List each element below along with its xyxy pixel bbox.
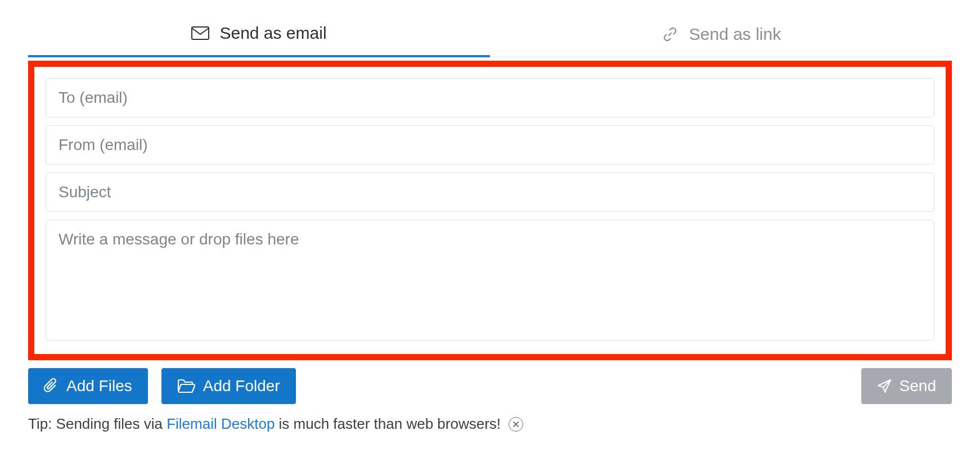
- tab-send-as-email[interactable]: Send as email: [28, 11, 490, 57]
- tab-link-label: Send as link: [689, 25, 781, 44]
- add-files-button[interactable]: Add Files: [28, 368, 148, 404]
- tip-row: Tip: Sending files via Filemail Desktop …: [28, 415, 952, 433]
- paperclip-icon: [44, 378, 59, 394]
- envelope-icon: [191, 24, 209, 42]
- svg-rect-0: [192, 27, 209, 39]
- tab-send-as-link[interactable]: Send as link: [490, 11, 952, 57]
- tip-prefix: Tip: Sending files via: [28, 415, 167, 432]
- tip-suffix: is much faster than web browsers!: [275, 415, 501, 432]
- link-icon: [661, 25, 679, 43]
- paper-plane-icon: [877, 379, 892, 393]
- folder-open-icon: [177, 379, 195, 393]
- message-textarea[interactable]: [46, 220, 934, 341]
- button-group-left: Add Files Add Folder: [28, 368, 296, 404]
- add-files-label: Add Files: [66, 377, 132, 395]
- send-button[interactable]: Send: [861, 368, 952, 404]
- tip-text: Tip: Sending files via Filemail Desktop …: [28, 415, 501, 433]
- tabs-container: Send as email Send as link: [28, 11, 952, 57]
- from-email-input[interactable]: [46, 125, 934, 165]
- tab-email-label: Send as email: [219, 24, 326, 43]
- tip-close-button[interactable]: [509, 417, 523, 432]
- tip-link[interactable]: Filemail Desktop: [167, 415, 275, 432]
- form-highlight-box: [28, 61, 952, 360]
- add-folder-label: Add Folder: [203, 377, 280, 395]
- add-folder-button[interactable]: Add Folder: [161, 368, 296, 404]
- button-row: Add Files Add Folder Send: [28, 368, 952, 404]
- send-label: Send: [900, 377, 936, 395]
- subject-input[interactable]: [46, 173, 934, 212]
- to-email-input[interactable]: [46, 78, 934, 117]
